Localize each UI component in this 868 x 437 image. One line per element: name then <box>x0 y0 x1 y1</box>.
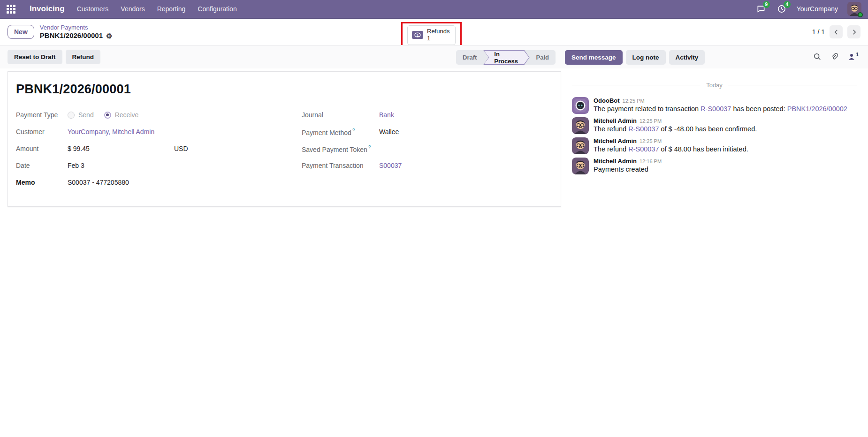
field-payment-transaction: Payment Transaction S00037 <box>302 158 541 175</box>
followers-button[interactable]: 1 <box>848 53 859 60</box>
payment-method-value[interactable]: Wallee <box>379 128 399 136</box>
currency-value: USD <box>174 145 188 152</box>
message-record-link[interactable]: R-S00037 <box>628 125 659 133</box>
message-body: Payments created <box>594 166 662 173</box>
chevron-left-icon <box>834 30 839 35</box>
message-list: OdooBot12:25 PMThe payment related to tr… <box>572 97 857 174</box>
date-value[interactable]: Feb 3 <box>68 162 84 169</box>
radio-send-label: Send <box>78 111 94 119</box>
chevron-right-icon <box>852 30 857 35</box>
field-saved-token: Saved Payment Token? <box>302 142 541 158</box>
message-author: Mitchell Admin <box>594 137 637 144</box>
company-switcher[interactable]: YourCompany <box>797 5 838 13</box>
menu-configuration[interactable]: Configuration <box>198 5 236 13</box>
svg-text:1: 1 <box>417 33 419 38</box>
status-step-in-process[interactable]: In Process <box>483 50 529 65</box>
chatter-message: Mitchell Admin12:16 PMPayments created <box>572 158 857 174</box>
app-name-menu[interactable]: Invoicing <box>30 4 65 14</box>
status-step-paid[interactable]: Paid <box>530 50 556 65</box>
send-message-button[interactable]: Send message <box>565 50 623 65</box>
field-date: Date Feb 3 <box>16 158 279 175</box>
message-record-link[interactable]: PBNK1/2026/00002 <box>787 105 847 113</box>
pager-next-button[interactable] <box>847 25 860 38</box>
follower-person-icon <box>848 53 855 60</box>
message-author: Mitchell Admin <box>594 117 637 124</box>
menu-vendors[interactable]: Vendors <box>121 5 145 13</box>
breadcrumb: Vendor Payments PBNK1/2026/00001 ⚙︎ <box>40 23 113 40</box>
attachments-icon[interactable] <box>830 53 839 61</box>
chatter-message: OdooBot12:25 PMThe payment related to tr… <box>572 97 857 114</box>
field-customer: Customer YourCompany, Mitchell Admin <box>16 125 279 142</box>
mitchell-avatar-image <box>572 158 589 174</box>
followers-count: 1 <box>856 52 859 57</box>
breadcrumb-parent-link[interactable]: Vendor Payments <box>40 24 88 31</box>
mitchell-avatar <box>572 137 589 154</box>
pager-prev-button[interactable] <box>830 25 843 38</box>
user-menu-avatar[interactable] <box>847 2 861 16</box>
banknote-icon: 1 <box>412 31 423 39</box>
chatter-buttons: Send message Log note Activity <box>565 50 705 65</box>
top-nav: Invoicing Customers Vendors Reporting Co… <box>0 0 868 19</box>
activities-icon[interactable]: 4 <box>776 3 787 15</box>
message-body: The refund R-S00037 of $ 48.00 has been … <box>594 145 748 153</box>
refunds-count: 1 <box>427 35 449 42</box>
memo-value[interactable]: S00037 - 477205880 <box>68 179 129 186</box>
field-memo: Memo S00037 - 477205880 <box>16 175 279 192</box>
field-journal: Journal Bank <box>302 108 541 125</box>
search-messages-icon[interactable] <box>813 53 822 61</box>
chatter-message: Mitchell Admin12:25 PMThe refund R-S0003… <box>572 137 857 154</box>
refunds-stat-button[interactable]: 1 Refunds 1 <box>407 25 456 45</box>
reset-to-draft-button[interactable]: Reset to Draft <box>8 50 62 64</box>
message-timestamp: 12:25 PM <box>623 98 645 104</box>
search-icon <box>813 53 822 61</box>
activities-badge: 4 <box>784 1 791 8</box>
gear-icon[interactable]: ⚙︎ <box>106 32 112 39</box>
amount-value[interactable]: $ 99.45 <box>68 145 174 152</box>
refunds-label: Refunds <box>427 28 449 35</box>
messages-icon[interactable]: 9 <box>755 3 767 15</box>
breadcrumb-row: New Vendor Payments PBNK1/2026/00001 ⚙︎ … <box>0 19 868 45</box>
record-title: PBNK1/2026/00001 <box>16 82 553 97</box>
refund-button[interactable]: Refund <box>66 50 101 64</box>
message-author: Mitchell Admin <box>594 158 637 165</box>
radio-send[interactable] <box>68 112 75 119</box>
message-record-link[interactable]: R-S00037 <box>628 145 659 153</box>
status-step-draft[interactable]: Draft <box>456 50 483 65</box>
message-body: The refund R-S00037 of $ -48.00 has been… <box>594 125 757 133</box>
breadcrumb-current: PBNK1/2026/00001 <box>40 31 103 40</box>
journal-link[interactable]: Bank <box>379 111 394 119</box>
field-payment-type: Payment Type Send Receive <box>16 108 279 125</box>
radio-receive-label: Receive <box>115 111 139 119</box>
new-button[interactable]: New <box>8 25 34 39</box>
online-status-dot <box>858 12 863 17</box>
message-timestamp: 12:16 PM <box>640 158 662 164</box>
message-timestamp: 12:25 PM <box>640 118 662 124</box>
message-record-link[interactable]: R-S00037 <box>700 105 731 113</box>
day-divider: Today <box>572 82 857 89</box>
radio-receive[interactable] <box>104 112 111 119</box>
chatter-icons: 1 <box>813 53 859 61</box>
help-icon[interactable]: ? <box>368 145 371 150</box>
form-sheet: PBNK1/2026/00001 Payment Type Send Recei… <box>8 71 561 207</box>
apps-grid-icon[interactable] <box>7 5 15 14</box>
message-author: OdooBot <box>594 97 620 104</box>
menu-reporting[interactable]: Reporting <box>157 5 186 13</box>
message-timestamp: 12:25 PM <box>640 138 662 144</box>
customer-link[interactable]: YourCompany, Mitchell Admin <box>68 128 154 136</box>
pager: 1 / 1 <box>812 25 860 38</box>
message-body: The payment related to transaction R-S00… <box>594 105 847 113</box>
log-note-button[interactable]: Log note <box>626 50 666 65</box>
mitchell-avatar-image <box>572 137 589 154</box>
mitchell-avatar-image <box>572 117 589 134</box>
day-divider-label: Today <box>706 82 723 89</box>
field-amount: Amount $ 99.45 USD <box>16 142 279 158</box>
chatter-message: Mitchell Admin12:25 PMThe refund R-S0003… <box>572 117 857 134</box>
help-icon[interactable]: ? <box>352 128 355 133</box>
activity-button[interactable]: Activity <box>669 50 705 65</box>
pager-value: 1 / 1 <box>812 28 825 36</box>
paperclip-icon <box>830 53 839 61</box>
payment-transaction-link[interactable]: S00037 <box>379 162 402 169</box>
mitchell-avatar <box>572 117 589 134</box>
menu-customers[interactable]: Customers <box>77 5 109 13</box>
action-row: Reset to Draft Refund Draft In Process P… <box>0 45 868 68</box>
